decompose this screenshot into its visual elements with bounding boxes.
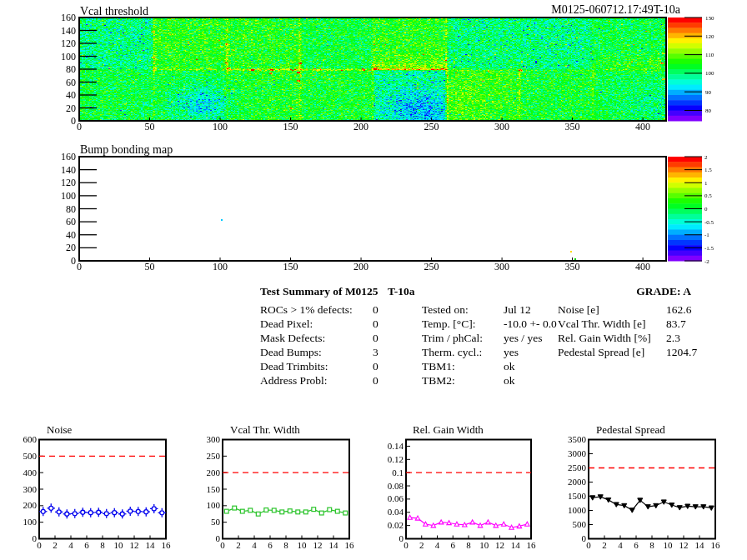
svg-text:0: 0 [77, 261, 82, 272]
svg-text:16: 16 [162, 540, 172, 550]
svg-text:TBM2:: TBM2: [422, 374, 455, 387]
svg-text:6: 6 [634, 540, 639, 550]
svg-text:12: 12 [313, 540, 323, 550]
svg-text:12: 12 [130, 540, 139, 550]
svg-text:10: 10 [114, 540, 124, 550]
svg-text:-10.0 +- 0.0: -10.0 +- 0.0 [504, 318, 557, 330]
svg-text:250: 250 [424, 121, 439, 132]
svg-text:Noise [e]: Noise [e] [558, 303, 599, 316]
svg-text:Therm. cycl.:: Therm. cycl.: [422, 346, 482, 358]
svg-text:T-10a: T-10a [388, 285, 415, 298]
svg-text:Vcal threshold: Vcal threshold [80, 5, 148, 18]
svg-text:600: 600 [23, 434, 38, 444]
svg-text:300: 300 [23, 484, 38, 494]
svg-text:0: 0 [373, 332, 379, 344]
svg-text:14: 14 [511, 540, 521, 550]
svg-text:0: 0 [71, 115, 76, 127]
svg-text:200: 200 [207, 468, 221, 478]
svg-text:500: 500 [573, 519, 587, 529]
svg-text:140: 140 [61, 164, 76, 176]
svg-text:120: 120 [705, 33, 714, 40]
svg-text:20: 20 [66, 242, 76, 253]
svg-text:100: 100 [213, 121, 228, 132]
svg-text:Temp. [°C]:: Temp. [°C]: [422, 318, 475, 330]
svg-text:16: 16 [527, 540, 537, 550]
svg-text:50: 50 [145, 261, 155, 272]
svg-text:300: 300 [207, 434, 221, 444]
svg-text:0: 0 [71, 255, 76, 267]
svg-text:10: 10 [298, 540, 308, 550]
svg-text:90: 90 [705, 89, 712, 96]
svg-text:12: 12 [679, 540, 689, 550]
svg-text:14: 14 [146, 540, 156, 550]
svg-text:10: 10 [664, 540, 674, 550]
svg-text:200: 200 [353, 121, 368, 132]
svg-text:60: 60 [66, 77, 76, 88]
svg-text:130: 130 [705, 15, 714, 22]
svg-text:Trim / phCal:: Trim / phCal: [422, 332, 483, 344]
svg-text:200: 200 [23, 500, 38, 510]
svg-text:0.14: 0.14 [388, 441, 404, 451]
svg-text:0: 0 [586, 540, 591, 550]
svg-text:Jul 12: Jul 12 [504, 303, 531, 316]
svg-text:50: 50 [145, 121, 155, 132]
svg-text:3500: 3500 [568, 434, 587, 444]
svg-text:3: 3 [373, 346, 379, 358]
svg-text:6: 6 [268, 540, 273, 550]
svg-text:Bump bonding map: Bump bonding map [80, 143, 173, 156]
svg-text:2: 2 [419, 540, 424, 550]
svg-text:150: 150 [283, 121, 298, 132]
svg-text:-1: -1 [704, 232, 709, 238]
svg-text:2000: 2000 [568, 477, 587, 487]
svg-text:300: 300 [494, 121, 509, 132]
svg-text:100: 100 [705, 70, 714, 77]
svg-text:500: 500 [23, 451, 38, 461]
svg-text:0: 0 [77, 121, 82, 132]
svg-text:0.08: 0.08 [388, 481, 404, 491]
svg-text:140: 140 [61, 25, 76, 37]
svg-text:1: 1 [704, 180, 708, 187]
svg-text:300: 300 [494, 261, 509, 272]
svg-text:16: 16 [345, 540, 355, 550]
svg-text:250: 250 [207, 451, 221, 461]
svg-text:2: 2 [602, 540, 607, 550]
svg-text:80: 80 [705, 108, 712, 114]
svg-text:8: 8 [466, 540, 471, 550]
svg-text:14: 14 [329, 540, 339, 550]
svg-text:16: 16 [711, 540, 721, 550]
svg-text:150: 150 [207, 484, 221, 494]
svg-text:-0.5: -0.5 [704, 219, 714, 226]
svg-text:100: 100 [61, 190, 76, 202]
svg-text:4: 4 [252, 540, 257, 550]
svg-text:8: 8 [649, 540, 654, 550]
svg-text:2: 2 [236, 540, 241, 550]
svg-text:2: 2 [704, 154, 708, 161]
svg-text:0: 0 [373, 318, 379, 330]
svg-text:4: 4 [435, 540, 440, 550]
svg-text:1500: 1500 [568, 491, 587, 501]
svg-text:2500: 2500 [568, 462, 587, 472]
svg-text:120: 120 [61, 177, 76, 188]
svg-text:100: 100 [207, 500, 221, 510]
svg-text:Vcal Thr. Width: Vcal Thr. Width [230, 423, 300, 436]
svg-text:Pedestal Spread [e]: Pedestal Spread [e] [558, 346, 644, 358]
svg-text:0: 0 [373, 303, 379, 316]
svg-text:Noise: Noise [47, 423, 73, 436]
svg-text:110: 110 [705, 52, 714, 58]
svg-text:GRADE: A: GRADE: A [636, 285, 691, 298]
svg-text:60: 60 [66, 216, 76, 228]
svg-text:2: 2 [53, 540, 58, 550]
svg-text:162.6: 162.6 [666, 303, 692, 316]
svg-text:0: 0 [220, 540, 225, 550]
svg-text:100: 100 [61, 51, 76, 62]
svg-text:Test Summary of M0125: Test Summary of M0125 [260, 285, 379, 298]
svg-text:0: 0 [37, 540, 42, 550]
svg-text:yes / yes: yes / yes [504, 332, 543, 344]
svg-text:1204.7: 1204.7 [666, 346, 697, 358]
svg-text:Rel. Gain Width [%]: Rel. Gain Width [%] [558, 332, 651, 344]
svg-text:-1.5: -1.5 [704, 245, 714, 252]
svg-text:160: 160 [61, 12, 76, 23]
svg-text:150: 150 [283, 261, 298, 272]
svg-text:14: 14 [695, 540, 705, 550]
svg-text:400: 400 [635, 261, 650, 272]
